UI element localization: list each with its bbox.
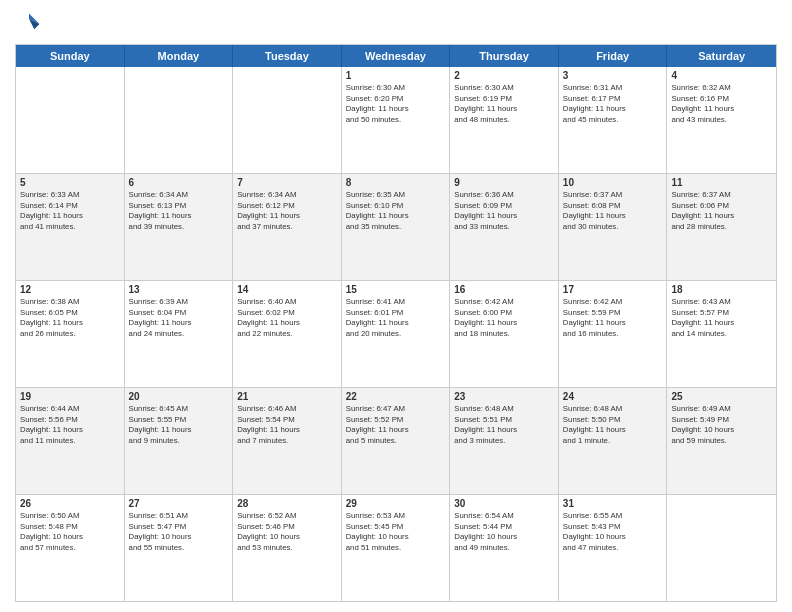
day-number: 24	[563, 391, 663, 402]
cell-info: Sunrise: 6:34 AM Sunset: 6:12 PM Dayligh…	[237, 190, 337, 232]
cell-info: Sunrise: 6:41 AM Sunset: 6:01 PM Dayligh…	[346, 297, 446, 339]
cell-info: Sunrise: 6:45 AM Sunset: 5:55 PM Dayligh…	[129, 404, 229, 446]
cell-info: Sunrise: 6:37 AM Sunset: 6:08 PM Dayligh…	[563, 190, 663, 232]
calendar-cell: 6Sunrise: 6:34 AM Sunset: 6:13 PM Daylig…	[125, 174, 234, 280]
calendar-cell: 7Sunrise: 6:34 AM Sunset: 6:12 PM Daylig…	[233, 174, 342, 280]
calendar-cell: 21Sunrise: 6:46 AM Sunset: 5:54 PM Dayli…	[233, 388, 342, 494]
calendar-header: SundayMondayTuesdayWednesdayThursdayFrid…	[16, 45, 776, 67]
calendar-cell: 1Sunrise: 6:30 AM Sunset: 6:20 PM Daylig…	[342, 67, 451, 173]
day-number: 18	[671, 284, 772, 295]
cell-info: Sunrise: 6:43 AM Sunset: 5:57 PM Dayligh…	[671, 297, 772, 339]
calendar-cell: 15Sunrise: 6:41 AM Sunset: 6:01 PM Dayli…	[342, 281, 451, 387]
cell-info: Sunrise: 6:39 AM Sunset: 6:04 PM Dayligh…	[129, 297, 229, 339]
day-number: 8	[346, 177, 446, 188]
calendar-cell: 28Sunrise: 6:52 AM Sunset: 5:46 PM Dayli…	[233, 495, 342, 601]
day-number: 22	[346, 391, 446, 402]
cell-info: Sunrise: 6:51 AM Sunset: 5:47 PM Dayligh…	[129, 511, 229, 553]
day-number: 12	[20, 284, 120, 295]
weekday-header: Tuesday	[233, 45, 342, 67]
cell-info: Sunrise: 6:48 AM Sunset: 5:50 PM Dayligh…	[563, 404, 663, 446]
cell-info: Sunrise: 6:40 AM Sunset: 6:02 PM Dayligh…	[237, 297, 337, 339]
cell-info: Sunrise: 6:30 AM Sunset: 6:20 PM Dayligh…	[346, 83, 446, 125]
calendar-cell: 16Sunrise: 6:42 AM Sunset: 6:00 PM Dayli…	[450, 281, 559, 387]
calendar-cell	[233, 67, 342, 173]
day-number: 20	[129, 391, 229, 402]
calendar-cell: 8Sunrise: 6:35 AM Sunset: 6:10 PM Daylig…	[342, 174, 451, 280]
weekday-header: Sunday	[16, 45, 125, 67]
cell-info: Sunrise: 6:53 AM Sunset: 5:45 PM Dayligh…	[346, 511, 446, 553]
calendar-cell: 3Sunrise: 6:31 AM Sunset: 6:17 PM Daylig…	[559, 67, 668, 173]
calendar-cell: 24Sunrise: 6:48 AM Sunset: 5:50 PM Dayli…	[559, 388, 668, 494]
cell-info: Sunrise: 6:42 AM Sunset: 6:00 PM Dayligh…	[454, 297, 554, 339]
calendar-cell: 30Sunrise: 6:54 AM Sunset: 5:44 PM Dayli…	[450, 495, 559, 601]
cell-info: Sunrise: 6:48 AM Sunset: 5:51 PM Dayligh…	[454, 404, 554, 446]
calendar-cell	[667, 495, 776, 601]
calendar-cell: 27Sunrise: 6:51 AM Sunset: 5:47 PM Dayli…	[125, 495, 234, 601]
day-number: 6	[129, 177, 229, 188]
calendar-row: 26Sunrise: 6:50 AM Sunset: 5:48 PM Dayli…	[16, 495, 776, 601]
cell-info: Sunrise: 6:46 AM Sunset: 5:54 PM Dayligh…	[237, 404, 337, 446]
calendar-cell: 19Sunrise: 6:44 AM Sunset: 5:56 PM Dayli…	[16, 388, 125, 494]
day-number: 7	[237, 177, 337, 188]
day-number: 23	[454, 391, 554, 402]
cell-info: Sunrise: 6:37 AM Sunset: 6:06 PM Dayligh…	[671, 190, 772, 232]
weekday-header: Wednesday	[342, 45, 451, 67]
logo	[15, 10, 47, 38]
calendar-cell: 31Sunrise: 6:55 AM Sunset: 5:43 PM Dayli…	[559, 495, 668, 601]
day-number: 5	[20, 177, 120, 188]
day-number: 2	[454, 70, 554, 81]
day-number: 25	[671, 391, 772, 402]
cell-info: Sunrise: 6:49 AM Sunset: 5:49 PM Dayligh…	[671, 404, 772, 446]
calendar-cell: 13Sunrise: 6:39 AM Sunset: 6:04 PM Dayli…	[125, 281, 234, 387]
calendar-cell: 23Sunrise: 6:48 AM Sunset: 5:51 PM Dayli…	[450, 388, 559, 494]
calendar-cell: 10Sunrise: 6:37 AM Sunset: 6:08 PM Dayli…	[559, 174, 668, 280]
cell-info: Sunrise: 6:30 AM Sunset: 6:19 PM Dayligh…	[454, 83, 554, 125]
day-number: 17	[563, 284, 663, 295]
logo-icon	[15, 10, 43, 38]
calendar-cell: 18Sunrise: 6:43 AM Sunset: 5:57 PM Dayli…	[667, 281, 776, 387]
calendar-cell: 29Sunrise: 6:53 AM Sunset: 5:45 PM Dayli…	[342, 495, 451, 601]
calendar-cell: 9Sunrise: 6:36 AM Sunset: 6:09 PM Daylig…	[450, 174, 559, 280]
day-number: 14	[237, 284, 337, 295]
calendar: SundayMondayTuesdayWednesdayThursdayFrid…	[15, 44, 777, 602]
day-number: 27	[129, 498, 229, 509]
calendar-cell: 2Sunrise: 6:30 AM Sunset: 6:19 PM Daylig…	[450, 67, 559, 173]
calendar-cell: 14Sunrise: 6:40 AM Sunset: 6:02 PM Dayli…	[233, 281, 342, 387]
cell-info: Sunrise: 6:54 AM Sunset: 5:44 PM Dayligh…	[454, 511, 554, 553]
day-number: 21	[237, 391, 337, 402]
day-number: 19	[20, 391, 120, 402]
calendar-cell: 5Sunrise: 6:33 AM Sunset: 6:14 PM Daylig…	[16, 174, 125, 280]
weekday-header: Saturday	[667, 45, 776, 67]
day-number: 1	[346, 70, 446, 81]
day-number: 4	[671, 70, 772, 81]
calendar-row: 19Sunrise: 6:44 AM Sunset: 5:56 PM Dayli…	[16, 388, 776, 495]
day-number: 9	[454, 177, 554, 188]
cell-info: Sunrise: 6:52 AM Sunset: 5:46 PM Dayligh…	[237, 511, 337, 553]
weekday-header: Monday	[125, 45, 234, 67]
cell-info: Sunrise: 6:35 AM Sunset: 6:10 PM Dayligh…	[346, 190, 446, 232]
day-number: 30	[454, 498, 554, 509]
day-number: 29	[346, 498, 446, 509]
cell-info: Sunrise: 6:38 AM Sunset: 6:05 PM Dayligh…	[20, 297, 120, 339]
day-number: 26	[20, 498, 120, 509]
day-number: 10	[563, 177, 663, 188]
calendar-cell: 20Sunrise: 6:45 AM Sunset: 5:55 PM Dayli…	[125, 388, 234, 494]
cell-info: Sunrise: 6:55 AM Sunset: 5:43 PM Dayligh…	[563, 511, 663, 553]
calendar-row: 1Sunrise: 6:30 AM Sunset: 6:20 PM Daylig…	[16, 67, 776, 174]
page: SundayMondayTuesdayWednesdayThursdayFrid…	[0, 0, 792, 612]
cell-info: Sunrise: 6:36 AM Sunset: 6:09 PM Dayligh…	[454, 190, 554, 232]
calendar-cell: 17Sunrise: 6:42 AM Sunset: 5:59 PM Dayli…	[559, 281, 668, 387]
calendar-row: 5Sunrise: 6:33 AM Sunset: 6:14 PM Daylig…	[16, 174, 776, 281]
calendar-cell: 26Sunrise: 6:50 AM Sunset: 5:48 PM Dayli…	[16, 495, 125, 601]
weekday-header: Friday	[559, 45, 668, 67]
cell-info: Sunrise: 6:42 AM Sunset: 5:59 PM Dayligh…	[563, 297, 663, 339]
cell-info: Sunrise: 6:50 AM Sunset: 5:48 PM Dayligh…	[20, 511, 120, 553]
day-number: 31	[563, 498, 663, 509]
cell-info: Sunrise: 6:47 AM Sunset: 5:52 PM Dayligh…	[346, 404, 446, 446]
calendar-cell: 25Sunrise: 6:49 AM Sunset: 5:49 PM Dayli…	[667, 388, 776, 494]
cell-info: Sunrise: 6:31 AM Sunset: 6:17 PM Dayligh…	[563, 83, 663, 125]
day-number: 28	[237, 498, 337, 509]
calendar-body: 1Sunrise: 6:30 AM Sunset: 6:20 PM Daylig…	[16, 67, 776, 601]
day-number: 15	[346, 284, 446, 295]
cell-info: Sunrise: 6:32 AM Sunset: 6:16 PM Dayligh…	[671, 83, 772, 125]
